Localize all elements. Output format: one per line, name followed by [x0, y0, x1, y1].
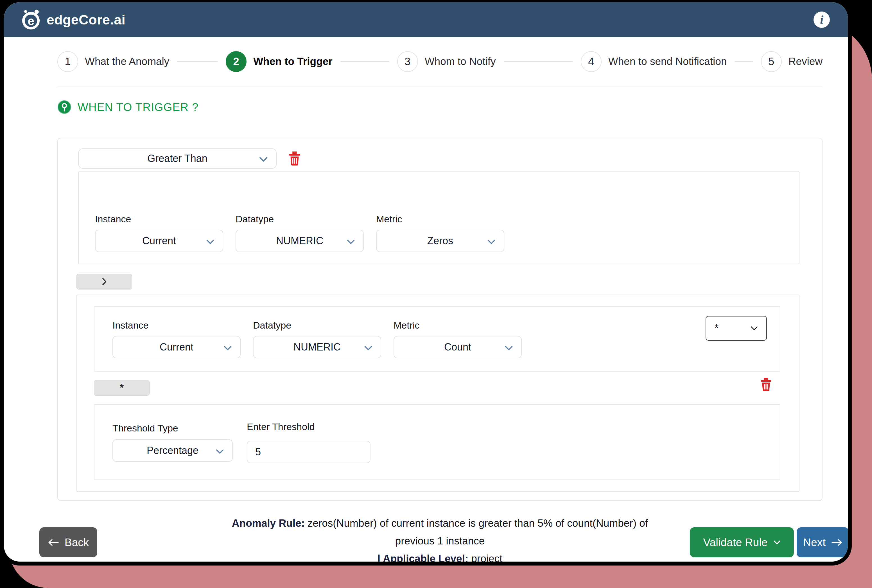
- instance-value: Current: [142, 235, 176, 247]
- wizard-stepper: 1 What the Anomaly 2 When to Trigger 3 W…: [57, 51, 822, 72]
- step-number: 3: [397, 51, 418, 72]
- back-button[interactable]: Back: [39, 527, 97, 557]
- chevron-down-icon: [750, 326, 758, 330]
- metric-value: Zeros: [427, 235, 453, 247]
- datatype-select[interactable]: NUMERIC: [253, 336, 381, 358]
- step-whom-to-notify[interactable]: 3 Whom to Notify: [397, 51, 496, 72]
- next-button[interactable]: Next: [797, 527, 848, 557]
- back-label: Back: [65, 536, 89, 549]
- summary-level-value: project: [471, 553, 502, 562]
- threshold-box: Threshold Type Percentage Enter Threshol…: [94, 404, 780, 480]
- star-button[interactable]: *: [94, 380, 150, 396]
- chevron-down-icon: [224, 341, 232, 353]
- instance-label: Instance: [95, 214, 223, 225]
- step-label: Review: [788, 56, 822, 68]
- metric-label: Metric: [376, 214, 504, 225]
- rule-builder-card: Greater Than: [57, 138, 822, 501]
- step-what-the-anomaly[interactable]: 1 What the Anomaly: [57, 51, 169, 72]
- threshold-input[interactable]: [247, 441, 371, 463]
- instance-select[interactable]: Current: [113, 336, 241, 358]
- step-label: What the Anomaly: [85, 56, 169, 68]
- stepper-connector: [177, 61, 218, 62]
- page-background: e e edgeCore.ai i 1 What the Anomaly: [0, 0, 872, 588]
- wildcard-select[interactable]: *: [705, 316, 767, 340]
- main-content: 1 What the Anomaly 2 When to Trigger 3 W…: [4, 51, 848, 501]
- section-title: WHEN TO TRIGGER ?: [78, 101, 198, 114]
- operator-value: Greater Than: [147, 153, 207, 164]
- step-label: When to Trigger: [253, 56, 333, 68]
- summary-level-label: | Applicable Level;: [378, 553, 468, 562]
- step-number: 5: [761, 51, 782, 72]
- current-instance-fields: Instance Current Datatype NUMERIC: [95, 214, 799, 252]
- step-review[interactable]: 5 Review: [761, 51, 822, 72]
- app-window: e e edgeCore.ai i 1 What the Anomaly: [4, 2, 848, 562]
- summary-rule-label: Anomaly Rule:: [232, 518, 305, 529]
- delete-rule-button[interactable]: [288, 152, 301, 165]
- step-when-to-send-notification[interactable]: 4 When to send Notification: [581, 51, 727, 72]
- trash-icon: [760, 378, 772, 391]
- trash-icon: [288, 152, 301, 165]
- step-label: Whom to Notify: [425, 56, 496, 68]
- datatype-value: NUMERIC: [276, 235, 323, 247]
- arrow-left-icon: [48, 538, 59, 546]
- info-icon: i: [820, 14, 823, 26]
- info-button[interactable]: i: [813, 12, 830, 28]
- comparison-instance-box: Instance Current Datatype NUMERIC: [94, 306, 780, 372]
- arrow-right-icon: [831, 538, 842, 546]
- svg-text:e: e: [27, 14, 34, 27]
- threshold-type-value: Percentage: [147, 445, 198, 456]
- header-divider: [57, 87, 822, 87]
- metric-select[interactable]: Zeros: [376, 230, 504, 252]
- step-when-to-trigger[interactable]: 2 When to Trigger: [226, 51, 333, 72]
- brand-name: edgeCore.ai: [47, 12, 125, 27]
- instance-value: Current: [160, 341, 194, 353]
- step-number: 1: [57, 51, 78, 72]
- chevron-down-icon: [206, 235, 214, 247]
- wildcard-value: *: [714, 322, 719, 334]
- operator-row: Greater Than: [78, 148, 301, 169]
- chevron-down-icon: [259, 153, 268, 164]
- datatype-value: NUMERIC: [293, 341, 341, 353]
- chevron-down-icon: [773, 540, 780, 545]
- chevron-right-icon: [102, 278, 107, 286]
- threshold-type-select[interactable]: Percentage: [113, 440, 233, 462]
- help-pin-icon: [57, 100, 71, 114]
- chevron-down-icon: [505, 341, 513, 353]
- chevron-down-icon: [216, 445, 224, 456]
- summary-rule-text: zeros(Number) of current instance is gre…: [308, 518, 648, 529]
- chevron-down-icon: [347, 235, 355, 247]
- brand: e e edgeCore.ai: [20, 9, 125, 30]
- expand-button[interactable]: [77, 274, 132, 290]
- operator-select[interactable]: Greater Than: [78, 148, 277, 169]
- validate-rule-button[interactable]: Validate Rule: [690, 527, 794, 557]
- metric-select[interactable]: Count: [393, 336, 522, 358]
- stepper-connector: [734, 61, 753, 62]
- step-number: 4: [581, 51, 602, 72]
- app-header: e e edgeCore.ai i: [4, 2, 848, 37]
- stepper-connector: [341, 61, 389, 62]
- step-number: 2: [226, 51, 246, 72]
- comparison-instance-fields: Instance Current Datatype NUMERIC: [113, 320, 780, 358]
- section-heading: WHEN TO TRIGGER ?: [57, 100, 822, 114]
- instance-label: Instance: [113, 320, 241, 331]
- instance-select[interactable]: Current: [95, 230, 223, 252]
- threshold-type-label: Threshold Type: [113, 423, 233, 434]
- edgecore-logo-icon: e e: [20, 9, 42, 30]
- next-label: Next: [803, 536, 825, 549]
- datatype-label: Datatype: [236, 214, 364, 225]
- comparison-group-box: Instance Current Datatype NUMERIC: [77, 294, 800, 492]
- step-label: When to send Notification: [608, 56, 727, 68]
- validate-label: Validate Rule: [703, 536, 767, 549]
- datatype-select[interactable]: NUMERIC: [236, 230, 364, 252]
- metric-value: Count: [444, 341, 471, 353]
- datatype-label: Datatype: [253, 320, 381, 331]
- metric-label: Metric: [393, 320, 522, 331]
- delete-comparison-button[interactable]: [760, 378, 772, 391]
- stepper-connector: [504, 61, 573, 62]
- chevron-down-icon: [364, 341, 372, 353]
- chevron-down-icon: [488, 235, 495, 247]
- enter-threshold-label: Enter Threshold: [247, 422, 371, 432]
- current-instance-box: Instance Current Datatype NUMERIC: [78, 171, 800, 264]
